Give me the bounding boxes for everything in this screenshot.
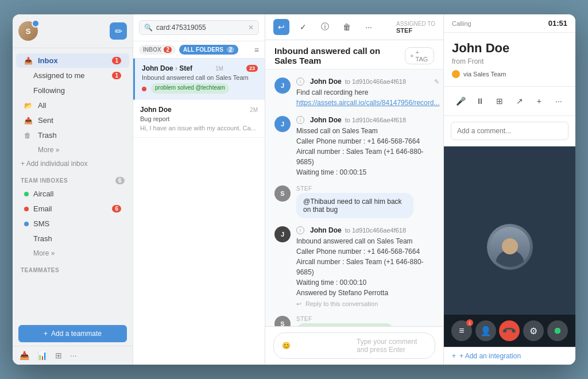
msg-body-5: STEF problem solved @techteam bbox=[296, 316, 434, 326]
msg-to-4: to 1d910c466ae4f618 bbox=[345, 227, 406, 234]
sidebar-item-team-more[interactable]: More » bbox=[16, 246, 129, 260]
message-2: J i John Doe to 1d910c466ae4f618 Missed … bbox=[274, 116, 434, 177]
more-toolbar-button[interactable]: ··· bbox=[361, 19, 377, 35]
list-badge: 1 bbox=[466, 319, 473, 326]
integration-footer[interactable]: + + Add an integration bbox=[444, 347, 575, 365]
back-button[interactable]: ↩ bbox=[273, 19, 289, 35]
msg-avatar-4: J bbox=[274, 226, 291, 242]
conv-time-1: 1M bbox=[215, 65, 223, 72]
sidebar-item-trash[interactable]: 🗑 Trash bbox=[16, 128, 129, 142]
all-folders-filter-pill[interactable]: ALL FOLDERS 2 bbox=[179, 45, 238, 55]
conversation-item-1[interactable]: John Doe › Stef 1M 23 Inbound answered c… bbox=[133, 59, 265, 100]
aircall-status-dot bbox=[24, 192, 29, 196]
check-button[interactable]: ✓ bbox=[295, 19, 311, 35]
email-status-dot bbox=[24, 207, 29, 211]
video-area: ≡ 1 👤 📞 ⚙ ⏺ bbox=[444, 146, 575, 347]
main-content: ↩ ✓ ⓘ 🗑 ··· ASSIGNED TO STEF Inbound ans… bbox=[265, 14, 443, 365]
sidebar-item-sms[interactable]: SMS bbox=[16, 216, 129, 231]
info-button[interactable]: ⓘ bbox=[317, 19, 333, 35]
conv-filters: INBOX 2 ALL FOLDERS 2 ≡ bbox=[133, 41, 265, 59]
record-icon: ⏺ bbox=[553, 326, 562, 336]
msg-info-icon-1: i bbox=[296, 78, 304, 86]
trash-toolbar-icon: 🗑 bbox=[343, 22, 351, 32]
main-subject-title: Inbound answered call on Sales Team bbox=[274, 46, 400, 65]
add-inbox-link[interactable]: + Add individual inbox bbox=[13, 157, 133, 170]
message-4: J i John Doe to 1d910c466ae4f618 Inbound… bbox=[274, 226, 434, 308]
mute-button[interactable]: 🎤 bbox=[452, 92, 469, 110]
msg-sender-4: John Doe bbox=[310, 226, 342, 234]
avatar-container: S bbox=[18, 21, 38, 41]
sidebar-item-sent[interactable]: 📤 Sent bbox=[16, 113, 129, 127]
forward-button[interactable]: ↗ bbox=[511, 92, 528, 110]
add-tag-button[interactable]: + + TAG bbox=[405, 47, 434, 64]
msg-sender-2: John Doe bbox=[310, 116, 342, 124]
contact-name: John Doe bbox=[452, 41, 567, 56]
end-call-button[interactable]: 📞 bbox=[499, 320, 520, 341]
inbox-bottom-icon[interactable]: 📥 bbox=[20, 351, 29, 360]
compose-button[interactable]: ✏ bbox=[110, 22, 127, 40]
pause-icon: ⏸ bbox=[476, 96, 484, 106]
inbox-filter-pill[interactable]: INBOX 2 bbox=[139, 45, 176, 55]
email-badge: 6 bbox=[112, 205, 121, 212]
msg-link-1[interactable]: https://assets.aircall.io/calls/84147956… bbox=[296, 99, 439, 107]
teammates-label: TEAMMATES bbox=[13, 262, 133, 275]
contacts-ctrl-button[interactable]: 👤 bbox=[475, 320, 496, 341]
add-teammate-button[interactable]: + Add a teammate bbox=[18, 325, 127, 342]
conversation-items: John Doe › Stef 1M 23 Inbound answered c… bbox=[133, 59, 265, 365]
trash-button[interactable]: 🗑 bbox=[339, 19, 355, 35]
sidebar-item-assigned[interactable]: Assigned to me 1 bbox=[16, 68, 129, 83]
chart-icon[interactable]: 📊 bbox=[37, 351, 47, 360]
msg-header-4: i John Doe to 1d910c466ae4f618 bbox=[296, 226, 434, 234]
search-box[interactable]: 🔍 ✕ bbox=[139, 20, 259, 35]
calling-header: Calling 01:51 bbox=[444, 14, 575, 33]
conv-subject-2: Bug report bbox=[140, 115, 258, 122]
settings-ctrl-button[interactable]: ⚙ bbox=[523, 320, 544, 341]
search-input[interactable] bbox=[156, 24, 245, 32]
sort-button[interactable]: ≡ bbox=[254, 45, 259, 55]
reply-icon: ↩ bbox=[296, 300, 301, 307]
reply-link-4[interactable]: ↩ Reply to this conversation bbox=[296, 300, 434, 308]
conv-item-header-1: John Doe › Stef 1M 23 bbox=[142, 64, 258, 72]
sidebar-item-more[interactable]: More » bbox=[16, 143, 129, 157]
sent-icon: 📤 bbox=[24, 117, 33, 125]
keypad-button[interactable]: ⊞ bbox=[491, 92, 508, 110]
inbox-icon: 📥 bbox=[24, 57, 33, 65]
settings-icon: ⚙ bbox=[529, 326, 537, 337]
msg-edit-1[interactable]: ✎ bbox=[434, 78, 439, 86]
compose-input-box[interactable]: 😊 Type your comment and press Enter bbox=[273, 332, 435, 359]
comment-area bbox=[444, 116, 575, 146]
conv-badge-1: 23 bbox=[246, 65, 258, 72]
apps-icon[interactable]: ⊞ bbox=[55, 351, 62, 360]
video-avatar-inner bbox=[490, 227, 530, 267]
search-clear-button[interactable]: ✕ bbox=[248, 24, 254, 32]
conv-sender-2: John Doe bbox=[140, 106, 172, 114]
compose-placeholder: Type your comment and press Enter bbox=[357, 338, 427, 354]
sidebar-item-following[interactable]: Following bbox=[16, 83, 129, 98]
sidebar-item-aircall[interactable]: Aircall bbox=[16, 187, 129, 201]
contact-via-tag: via Sales Team bbox=[452, 70, 567, 78]
msg-label-3: STEF bbox=[296, 185, 434, 192]
sms-status-dot bbox=[24, 222, 29, 226]
conversation-item-2[interactable]: John Doe 2M Bug report Hi, I have an iss… bbox=[133, 100, 265, 138]
sidebar-item-team-trash[interactable]: Trash bbox=[16, 231, 129, 246]
avatar-notification-badge bbox=[32, 20, 40, 28]
message-1: J i John Doe to 1d910c466ae4f618 ✎ Find … bbox=[274, 78, 434, 108]
sidebar-item-all[interactable]: 📂 All bbox=[16, 98, 129, 113]
sidebar-item-inbox[interactable]: 📥 Inbox 1 bbox=[16, 53, 129, 68]
contacts-icon: 👤 bbox=[480, 326, 492, 337]
more-call-button[interactable]: ··· bbox=[550, 92, 567, 110]
main-toolbar: ↩ ✓ ⓘ 🗑 ··· ASSIGNED TO STEF bbox=[265, 14, 443, 40]
inbox-filter-badge: 2 bbox=[164, 47, 172, 53]
pause-button[interactable]: ⏸ bbox=[471, 92, 489, 110]
record-ctrl-button[interactable]: ⏺ bbox=[547, 320, 568, 341]
add-call-button[interactable]: + bbox=[531, 92, 548, 110]
compose-icon: ✏ bbox=[115, 26, 122, 37]
sidebar-item-email[interactable]: Email 6 bbox=[16, 202, 129, 216]
comment-input[interactable] bbox=[451, 122, 568, 140]
call-controls: 🎤 ⏸ ⊞ ↗ + ··· bbox=[444, 87, 575, 116]
teammates-section: TEAMMATES bbox=[13, 262, 133, 275]
sidebar-bottom-icons: 📥 📊 ⊞ ··· bbox=[13, 346, 133, 365]
conv-time-2: 2M bbox=[250, 107, 258, 113]
more-bottom-icon[interactable]: ··· bbox=[70, 351, 77, 360]
person-shape bbox=[496, 234, 524, 267]
